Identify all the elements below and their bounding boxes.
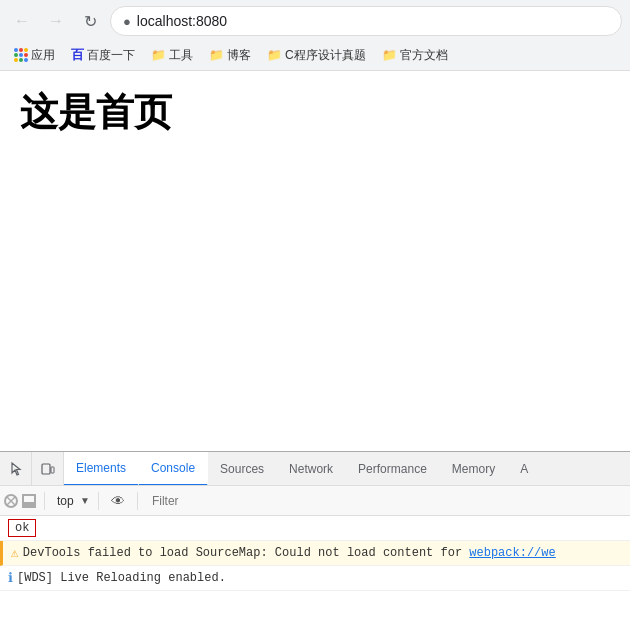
warning-text: DevTools failed to load SourceMap: Could…	[23, 544, 556, 562]
tab-application[interactable]: A	[508, 452, 541, 486]
console-output: ok ⚠ DevTools failed to load SourceMap: …	[0, 516, 630, 642]
security-icon: ●	[123, 14, 131, 29]
devtools-icon-cursor[interactable]	[0, 452, 32, 486]
filter-input[interactable]	[146, 492, 626, 510]
tab-sources-label: Sources	[220, 462, 264, 476]
folder-icon-1: 📁	[151, 48, 166, 62]
browser-chrome: ← → ↻ ● localhost:8080	[0, 0, 630, 71]
devtools-tabs-bar: Elements Console Sources Network Perform…	[0, 452, 630, 486]
console-line-info: ℹ [WDS] Live Reloading enabled.	[0, 566, 630, 591]
devtools-icon-device[interactable]	[32, 452, 64, 486]
tab-elements[interactable]: Elements	[64, 452, 139, 486]
back-button[interactable]: ←	[8, 7, 36, 35]
context-selector-wrap: top ▼	[53, 492, 90, 510]
folder-icon-2: 📁	[209, 48, 224, 62]
folder-icon-4: 📁	[382, 48, 397, 62]
reload-button[interactable]: ↻	[76, 7, 104, 35]
folder-icon-3: 📁	[267, 48, 282, 62]
tools-bookmark[interactable]: 📁 工具	[145, 45, 199, 66]
eye-icon[interactable]: 👁	[107, 491, 129, 511]
blog-bookmark[interactable]: 📁 博客	[203, 45, 257, 66]
officialdoc-label: 官方文档	[400, 47, 448, 64]
tab-application-label: A	[520, 462, 528, 476]
sourcemap-link[interactable]: webpack://we	[469, 546, 555, 560]
console-line-warning: ⚠ DevTools failed to load SourceMap: Cou…	[0, 541, 630, 566]
ok-badge: ok	[8, 519, 36, 537]
context-selector[interactable]: top	[53, 492, 78, 510]
blog-label: 博客	[227, 47, 251, 64]
context-arrow-icon: ▼	[80, 495, 90, 506]
tab-performance-label: Performance	[358, 462, 427, 476]
officaldoc-bookmark[interactable]: 📁 官方文档	[376, 45, 454, 66]
devtools-toolbar: top ▼ 👁	[0, 486, 630, 516]
forward-button[interactable]: →	[42, 7, 70, 35]
page-heading: 这是首页	[20, 87, 610, 138]
tab-elements-label: Elements	[76, 461, 126, 475]
tab-memory-label: Memory	[452, 462, 495, 476]
wds-text: [WDS] Live Reloading enabled.	[17, 569, 226, 587]
apps-icon	[14, 48, 28, 62]
info-icon: ℹ	[8, 570, 13, 586]
divider-3	[137, 492, 138, 510]
address-bar[interactable]: ● localhost:8080	[110, 6, 622, 36]
cprogram-bookmark[interactable]: 📁 C程序设计真题	[261, 45, 372, 66]
tab-performance[interactable]: Performance	[346, 452, 440, 486]
url-text: localhost:8080	[137, 13, 609, 29]
tab-console[interactable]: Console	[139, 452, 208, 486]
devtools-panel: Elements Console Sources Network Perform…	[0, 451, 630, 642]
tab-network-label: Network	[289, 462, 333, 476]
svg-rect-1	[51, 467, 54, 473]
divider-1	[44, 492, 45, 510]
console-line-ok: ok	[0, 516, 630, 541]
tab-console-label: Console	[151, 461, 195, 475]
tools-label: 工具	[169, 47, 193, 64]
tab-sources[interactable]: Sources	[208, 452, 277, 486]
page-content: 这是首页	[0, 71, 630, 451]
baidu-label: 百度一下	[87, 47, 135, 64]
nav-bar: ← → ↻ ● localhost:8080	[0, 0, 630, 42]
cprogram-label: C程序设计真题	[285, 47, 366, 64]
apps-label: 应用	[31, 47, 55, 64]
bookmarks-bar: 应用 百 百度一下 📁 工具 📁 博客 📁 C程序设计真题 📁 官方文档	[0, 42, 630, 70]
divider-2	[98, 492, 99, 510]
warning-icon: ⚠	[11, 545, 19, 561]
tab-network[interactable]: Network	[277, 452, 346, 486]
svg-rect-0	[42, 464, 50, 474]
tab-memory[interactable]: Memory	[440, 452, 508, 486]
baidu-icon: 百	[71, 46, 84, 64]
clear-console-button[interactable]	[4, 494, 18, 508]
block-icon	[22, 494, 36, 508]
baidu-bookmark[interactable]: 百 百度一下	[65, 44, 141, 66]
apps-bookmark[interactable]: 应用	[8, 45, 61, 66]
